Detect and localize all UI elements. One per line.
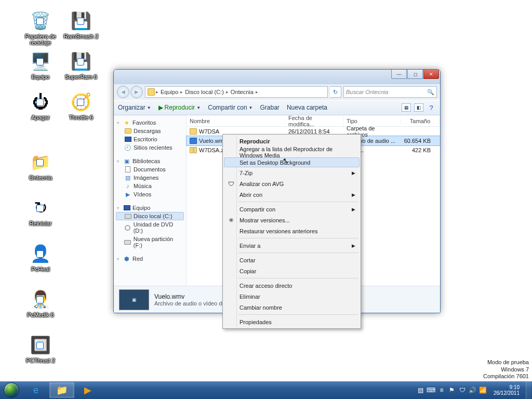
toolbar-play[interactable]: ▶ Reproducir ▼ [158, 104, 201, 111]
titlebar[interactable]: — ◻ ✕ [114, 70, 440, 84]
context-menu-item[interactable]: Eliminar [224, 291, 360, 302]
taskbar-button-wmp[interactable]: ▶ [75, 382, 100, 398]
zip-icon [190, 147, 197, 153]
nav-item[interactable]: Disco local (C:) [116, 212, 184, 220]
recycle-icon: 🗑️ [29, 9, 52, 32]
tray-icon[interactable]: 📶 [479, 386, 487, 394]
nav-header[interactable]: ▿★Favoritos [116, 118, 184, 127]
superram-icon: 💾 [70, 50, 92, 73]
desktop-icon-throttle[interactable]: 🧭Throttle 6 [61, 90, 101, 121]
context-menu-item[interactable]: 🛡 Analizar con AVG [224, 178, 360, 189]
desktop-icon-label: Papelera de reciclaje [21, 33, 60, 46]
apagar-icon: ⏻ [29, 90, 52, 113]
context-menu-item[interactable]: Agregar a la lista del Reproductor de Wi… [224, 147, 360, 157]
start-orb-icon [4, 382, 19, 398]
start-button[interactable] [0, 381, 23, 399]
nav-item[interactable]: Unidad de DVD (D:) [116, 220, 184, 235]
minimize-button[interactable]: — [391, 70, 407, 79]
desktop-icon-label: PcHeal [21, 266, 60, 272]
tray-icon[interactable]: 🔊 [469, 386, 477, 394]
context-menu-item[interactable]: 7-Zip ▶ [224, 167, 360, 178]
desktop-icon-superram[interactable]: 💾SuperRam 6 [61, 50, 101, 80]
col-name[interactable]: Nombre [187, 118, 285, 124]
nav-item[interactable]: Escritorio [116, 135, 184, 143]
search-icon[interactable]: 🔍 [427, 89, 434, 96]
taskbar-button-ie[interactable]: e [23, 382, 48, 398]
submenu-arrow-icon: ▶ [352, 170, 355, 176]
breadcrumb[interactable]: ▸ Equipo▸ Disco local (C:)▸ Ontecnia▸ [145, 86, 328, 98]
view-button[interactable]: ▦ [402, 103, 411, 112]
nav-item[interactable]: Documentos [116, 165, 184, 174]
breadcrumb-seg[interactable]: Disco local (C:) [184, 89, 225, 95]
nav-item[interactable]: ▧Imágenes [116, 174, 184, 182]
nav-header[interactable]: ▿Equipo [116, 204, 184, 212]
desktop-icon-apagar[interactable]: ⏻Apagar [21, 90, 60, 121]
desktop-icon-recycle[interactable]: 🗑️Papelera de reciclaje [21, 9, 60, 46]
context-menu-item[interactable]: Crear acceso directo [224, 280, 360, 291]
menu-item-label: Agregar a la lista del Reproductor de Wi… [240, 146, 348, 158]
desktop-icon-label: RamSmash 2 [61, 33, 101, 39]
context-menu-item[interactable]: Set as Desktop Background [224, 157, 360, 167]
column-headers[interactable]: Nombre Fecha de modifica... Tipo Tamaño [187, 115, 440, 127]
context-menu-item[interactable]: Cambiar nombre [224, 302, 360, 313]
col-date[interactable]: Fecha de modifica... [285, 115, 343, 127]
context-menu-item[interactable]: Enviar a ▶ [224, 240, 360, 251]
toolbar-burn[interactable]: Grabar [260, 104, 280, 111]
menu-item-label: Abrir con [240, 192, 262, 198]
context-menu-item[interactable]: Cortar [224, 255, 360, 265]
maximize-button[interactable]: ◻ [407, 70, 423, 79]
file-size: 60.654 KB [401, 138, 440, 144]
context-menu-item[interactable]: Copiar [224, 265, 360, 276]
tray-icon[interactable]: ⚑ [448, 386, 456, 394]
nav-header[interactable]: ▿⬢Red [116, 255, 184, 263]
refresh-button[interactable]: ↻ [330, 86, 341, 98]
col-size[interactable]: Tamaño [401, 118, 440, 124]
nav-back-button[interactable]: ◄ [117, 86, 129, 98]
throttle-icon: 🧭 [70, 90, 92, 113]
nav-item[interactable]: ♪Música [116, 182, 184, 190]
context-menu-item[interactable]: Abrir con ▶ [224, 189, 360, 200]
nav-header[interactable]: ▿▣Bibliotecas [116, 157, 184, 165]
desktop-icon-ramsmash[interactable]: 💾RamSmash 2 [61, 9, 101, 39]
context-menu-item[interactable]: Restaurar versiones anteriores [224, 225, 360, 236]
context-menu-item[interactable]: Propiedades [224, 316, 360, 327]
preview-pane-button[interactable]: ◧ [414, 103, 423, 112]
nav-item[interactable]: Descargas [116, 127, 184, 135]
taskbar-clock[interactable]: 9:10 26/12/2011 [490, 384, 523, 396]
breadcrumb-seg[interactable]: Ontecnia [230, 89, 255, 95]
tray-icon[interactable]: 🛡 [458, 386, 467, 394]
search-input[interactable]: Buscar Ontecnia 🔍 [343, 86, 437, 98]
close-button[interactable]: ✕ [423, 70, 439, 79]
col-type[interactable]: Tipo [343, 118, 401, 124]
toolbar-share[interactable]: Compartir con ▼ [208, 104, 252, 111]
nav-item[interactable]: 🕘Sitios recientes [116, 143, 184, 152]
taskbar-button-explorer[interactable]: 📁 [49, 382, 74, 398]
context-menu-item[interactable]: ✳ Mostrar versiones... [224, 215, 360, 225]
pcheal-icon: 👤 [29, 242, 52, 265]
desktop-icon-pcthrust[interactable]: 🔲PCThrust 2 [21, 334, 60, 364]
nav-item[interactable]: ▶Vídeos [116, 190, 184, 198]
context-menu-item[interactable]: Compartir con ▶ [224, 204, 360, 215]
tray-icon[interactable]: ▤ [417, 386, 425, 394]
breadcrumb-seg[interactable]: Equipo [159, 89, 179, 95]
menu-separator [238, 202, 358, 202]
menu-item-label: Mostrar versiones... [240, 217, 290, 223]
toolbar-new-folder[interactable]: Nueva carpeta [287, 104, 327, 111]
tray-icon[interactable]: ⌨ [427, 386, 435, 394]
toolbar-organize[interactable]: Organizar ▼ [118, 104, 151, 111]
system-tray: ▤⌨≡⚑🛡🔊📶 9:10 26/12/2011 [417, 381, 532, 399]
help-button[interactable]: ? [427, 103, 436, 112]
desktop-icon-pcheal[interactable]: 👤PcHeal [21, 242, 60, 272]
desktop-icon-pcmedik[interactable]: 👨‍⚕️PcMedik 6 [21, 288, 60, 318]
desktop-icon-equipo[interactable]: 🖥️Equipo [21, 50, 60, 80]
desktop-icon-label: Apagar [21, 114, 60, 121]
menu-separator [238, 238, 358, 238]
desktop-icon-ontecnia[interactable]: 📁Ontecnia [21, 151, 60, 181]
desktop-icon-reiniciar[interactable]: ↻Reiniciar [21, 196, 60, 227]
context-menu-item[interactable]: Reproducir [224, 136, 360, 147]
show-desktop-button[interactable] [526, 381, 531, 399]
nav-item[interactable]: Nueva partición (F:) [116, 235, 184, 249]
tray-icon[interactable]: ≡ [437, 386, 446, 394]
nav-forward-button[interactable]: ► [130, 86, 143, 98]
wmv-icon [190, 138, 197, 144]
